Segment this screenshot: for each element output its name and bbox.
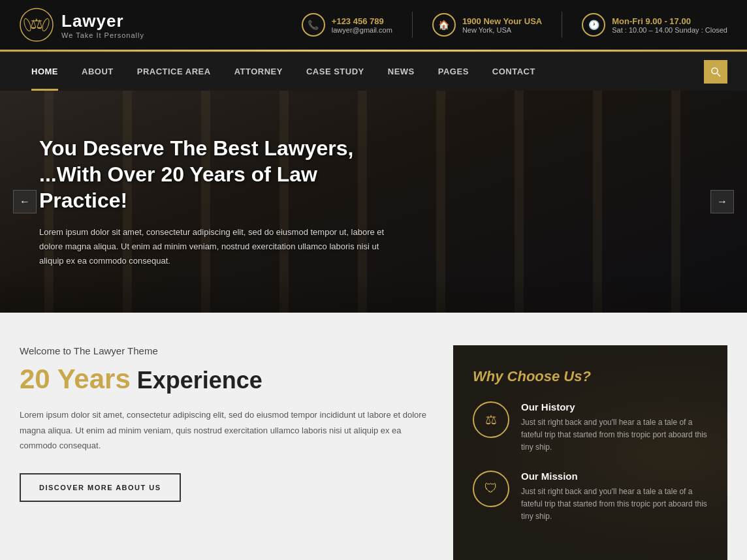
why-text-mission: Our Mission Just sit right back and you'… <box>521 471 708 523</box>
hero-body: Lorem ipsum dolor sit amet, consectetur … <box>39 225 405 268</box>
nav-home[interactable]: HOME <box>20 52 70 91</box>
address-line1: 1900 New Your USA <box>462 16 542 26</box>
clock-icon: 🕐 <box>582 13 605 37</box>
why-item-mission: 🛡 Our Mission Just sit right back and yo… <box>473 471 708 523</box>
history-title: Our History <box>521 401 708 412</box>
svg-text:⚖: ⚖ <box>30 16 43 32</box>
why-box: Why Choose Us? ⚖ Our History Just sit ri… <box>453 345 727 560</box>
nav-about[interactable]: ABOUT <box>70 52 125 91</box>
history-icon: ⚖ <box>473 401 509 438</box>
search-button[interactable] <box>704 60 727 84</box>
email-address: lawyer@gmail.com <box>332 26 392 34</box>
experience-text: Experience <box>137 367 262 394</box>
years-number: 20 Years <box>20 364 131 394</box>
nav-contact[interactable]: CONTACT <box>481 52 547 91</box>
welcome-body: Lorem ipsum dolor sit amet, consectetur … <box>20 407 427 453</box>
right-column: Why Choose Us? ⚖ Our History Just sit ri… <box>453 345 727 560</box>
mission-body: Just sit right back and you'll hear a ta… <box>521 486 708 523</box>
site-tagline: We Take It Personally <box>61 31 144 39</box>
why-heading: Why Choose Us? <box>473 368 708 385</box>
main-section: Welcome to The Lawyer Theme 20 Years Exp… <box>0 313 747 560</box>
discover-button[interactable]: DISCOVER MORE ABOUT US <box>20 473 181 502</box>
nav-bar: HOME ABOUT PRACTICE AREA ATTORNEY CASE S… <box>0 52 747 91</box>
divider-1 <box>412 12 413 38</box>
svg-line-5 <box>718 73 721 76</box>
mission-title: Our Mission <box>521 471 708 482</box>
hero-arrow-right[interactable]: → <box>710 190 734 213</box>
location-icon: 🏠 <box>432 13 456 37</box>
mission-icon: 🛡 <box>473 471 509 507</box>
nav-casestudy[interactable]: CASE STUDY <box>294 52 376 91</box>
top-bar: ⚖ Lawyer We Take It Personally 📞 +123 45… <box>0 0 747 50</box>
phone-item: 📞 +123 456 789 lawyer@gmail.com <box>302 13 392 37</box>
hero-heading: You Deserve The Best Lawyers, ...With Ov… <box>39 135 405 213</box>
logo-text: Lawyer We Take It Personally <box>61 11 144 39</box>
nav-links: HOME ABOUT PRACTICE AREA ATTORNEY CASE S… <box>20 52 704 91</box>
welcome-label: Welcome to The Lawyer Theme <box>20 345 427 356</box>
years-heading: 20 Years Experience <box>20 363 427 396</box>
why-text-history: Our History Just sit right back and you'… <box>521 401 708 454</box>
hero-arrow-left[interactable]: ← <box>13 190 37 213</box>
hours-line2: Sat : 10.00 – 14.00 Sunday : Closed <box>612 26 727 34</box>
nav-news[interactable]: NEWS <box>376 52 426 91</box>
phone-number: +123 456 789 <box>332 16 392 26</box>
hours-line1: Mon-Fri 9.00 - 17.00 <box>612 16 727 26</box>
hero-heading-line1: You Deserve The Best Lawyers, <box>39 136 353 160</box>
hero-content: You Deserve The Best Lawyers, ...With Ov… <box>0 135 444 268</box>
phone-icon: 📞 <box>302 13 325 37</box>
address-item: 🏠 1900 New Your USA New York, USA <box>432 13 542 37</box>
logo-icon: ⚖ <box>20 8 54 42</box>
hero-bottom-fade <box>0 273 747 313</box>
nav-attorney[interactable]: ATTORNEY <box>223 52 294 91</box>
address-line2: New York, USA <box>462 26 542 34</box>
search-icon <box>710 67 721 77</box>
nav-pages[interactable]: PAGES <box>426 52 481 91</box>
hero-section: ← You Deserve The Best Lawyers, ...With … <box>0 91 747 313</box>
hours-item: 🕐 Mon-Fri 9.00 - 17.00 Sat : 10.00 – 14.… <box>582 13 727 37</box>
contact-info: 📞 +123 456 789 lawyer@gmail.com 🏠 1900 N… <box>302 12 727 38</box>
logo-area: ⚖ Lawyer We Take It Personally <box>20 8 144 42</box>
history-body: Just sit right back and you'll hear a ta… <box>521 416 708 454</box>
divider-2 <box>562 12 562 38</box>
nav-practice[interactable]: PRACTICE AREA <box>125 52 223 91</box>
why-item-history: ⚖ Our History Just sit right back and yo… <box>473 401 708 454</box>
left-column: Welcome to The Lawyer Theme 20 Years Exp… <box>20 345 453 502</box>
site-name: Lawyer <box>61 11 144 31</box>
svg-point-4 <box>712 68 718 74</box>
hero-heading-line2: ...With Over 20 Years of Law Practice! <box>39 163 317 212</box>
